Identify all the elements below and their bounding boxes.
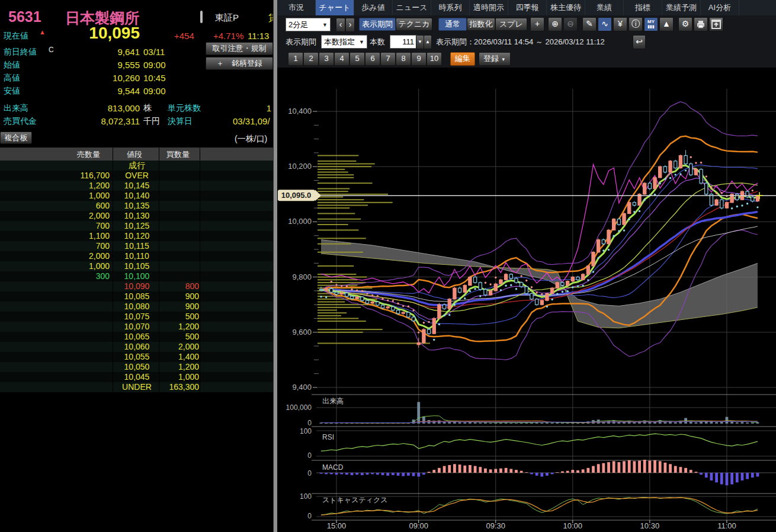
chart-page-6[interactable]: 6 [365, 52, 380, 66]
count-up-button[interactable]: ▲ [424, 35, 432, 49]
orderbook-row[interactable]: 30010,100 [0, 271, 273, 281]
spread-button[interactable]: スプレッド [495, 18, 527, 31]
tab-四季報[interactable]: 四季報 [508, 0, 547, 15]
current-price-label: 現在値 [4, 31, 28, 41]
quote-row-label: 安値 [4, 86, 20, 97]
orderbook-row[interactable]: 成行 [0, 161, 273, 171]
orderbook-row[interactable]: 1,20010,145 [0, 181, 273, 191]
chart-page-1[interactable]: 1 [288, 52, 303, 66]
edit-button[interactable]: 編集 [450, 52, 475, 66]
orderbook-row[interactable]: 1,00010,105 [0, 261, 273, 271]
margin-flag: 貸 [268, 12, 273, 24]
prev-button[interactable]: ‹ [336, 18, 345, 32]
quote-panel: 5631 日本製鋼所 東証P 貸 現在値 ▲ 10,095 +454 +4.71… [0, 0, 273, 532]
orderbook-row[interactable]: 1,00010,140 [0, 191, 273, 201]
pencil-icon[interactable]: ✎ [582, 17, 597, 31]
orderbook-row[interactable]: 70010,115 [0, 241, 273, 251]
price-level: 10,140 [110, 191, 163, 201]
svg-text:MACD: MACD [322, 463, 344, 472]
tab-指標[interactable]: 指標 [624, 0, 662, 15]
register-button[interactable]: 登録 ▼ [479, 52, 511, 66]
crosshair-icon[interactable]: + [530, 17, 544, 31]
line-chart-icon[interactable]: ∿ [598, 17, 612, 31]
zoom-in-icon[interactable]: ⊕ [548, 17, 562, 31]
tab-業績[interactable]: 業績 [585, 0, 624, 15]
mountain-chart-icon[interactable]: ▲ [659, 17, 674, 31]
chart-page-2[interactable]: 2 [303, 52, 319, 66]
orderbook-row[interactable]: 10,0551,400 [0, 352, 273, 362]
chart-page-9[interactable]: 9 [411, 52, 427, 66]
count-mode-select[interactable]: 本数指定▼ [321, 35, 367, 49]
timeframe-select[interactable]: 2分足▼ [286, 18, 331, 31]
sell-qty: 700 [0, 241, 110, 251]
orderbook-row[interactable]: 2,00010,130 [0, 211, 273, 221]
svg-text:10:00: 10:00 [563, 521, 583, 530]
svg-text:9,800: 9,800 [292, 273, 312, 281]
count-down-button[interactable]: ▼ [416, 35, 424, 49]
tab-AI分析[interactable]: AI分析 [701, 0, 739, 15]
chart-page-3[interactable]: 3 [319, 52, 334, 66]
orderbook-row[interactable]: UNDER163,300 [0, 382, 273, 392]
svg-text:0: 0 [307, 469, 312, 477]
quote-row-time: 03/11 [143, 47, 165, 57]
trading-app: 5631 日本製鋼所 東証P 貸 現在値 ▲ 10,095 +454 +4.71… [0, 0, 776, 532]
orderbook-row[interactable]: 10,0701,200 [0, 322, 273, 332]
yen-icon[interactable]: ¥ [613, 17, 627, 31]
trade-warning-button[interactable]: 取引注意・規制 [206, 42, 273, 55]
orderbook-row[interactable]: 10,0451,000 [0, 372, 273, 382]
orderbook-row[interactable]: 60010,135 [0, 201, 273, 211]
period-label: 表示期間 [286, 37, 316, 47]
indexed-button[interactable]: 指数化 [467, 18, 495, 31]
tab-株主優待[interactable]: 株主優待 [547, 0, 585, 15]
tab-適時開示[interactable]: 適時開示 [470, 0, 508, 15]
orderbook-row[interactable]: 10,075500 [0, 312, 273, 322]
tab-ニュース[interactable]: ニュース [393, 0, 431, 15]
orderbook-row[interactable]: 10,090800 [0, 281, 273, 291]
orderbook-row[interactable]: 2,00010,110 [0, 251, 273, 261]
zoom-out-icon[interactable]: ⊖ [563, 17, 578, 31]
orderbook-row[interactable]: 10,0501,200 [0, 362, 273, 372]
price-level: 10,100 [110, 271, 163, 281]
popout-icon[interactable] [709, 17, 723, 31]
chart-page-8[interactable]: 8 [396, 52, 411, 66]
up-arrow-icon: ▲ [39, 28, 46, 36]
chart-page-5[interactable]: 5 [349, 52, 365, 66]
reset-period-button[interactable]: ↩ [633, 35, 646, 49]
orderbook-row[interactable]: 10,085900 [0, 291, 273, 302]
register-stock-button[interactable]: ＋ 銘柄登録 [206, 57, 273, 70]
orderbook-header: 売数量 値段 買数量 [0, 148, 273, 161]
price-chart[interactable]: 10,40010,20010,0009,8009,6009,40010,095.… [277, 68, 776, 532]
tab-市況[interactable]: 市況 [277, 0, 316, 15]
composite-board-button[interactable]: 複合板 [0, 132, 32, 144]
info-icon[interactable]: ⓘ [629, 17, 643, 31]
price-level: 10,135 [110, 201, 163, 211]
orderbook-row[interactable]: 1,10010,120 [0, 231, 273, 241]
turnover-label: 売買代金 [4, 116, 37, 127]
wrench-icon[interactable]: ⚙ [678, 17, 692, 31]
quote-row-time: 09:00 [143, 86, 166, 96]
chart-page-10[interactable]: 10 [427, 52, 442, 66]
chart-page-7[interactable]: 7 [380, 52, 396, 66]
chart-page-4[interactable]: 4 [334, 52, 349, 66]
svg-text:10,200: 10,200 [288, 162, 312, 171]
my-chart-icon[interactable]: MY▮▮▮ [644, 17, 658, 31]
tab-チャート[interactable]: チャート [316, 0, 354, 15]
quote-row-flag: C [49, 46, 54, 54]
orderbook-row[interactable]: 10,080900 [0, 302, 273, 312]
tab-歩み値[interactable]: 歩み値 [354, 0, 393, 15]
normal-button[interactable]: 通常 [438, 18, 467, 31]
orderbook-row[interactable]: 70010,125 [0, 221, 273, 231]
tab-時系列[interactable]: 時系列 [431, 0, 470, 15]
orderbook-row[interactable]: 10,065500 [0, 332, 273, 342]
technical-button[interactable]: テクニカル [396, 18, 432, 31]
next-button[interactable]: › [345, 18, 355, 32]
svg-text:09:00: 09:00 [409, 521, 428, 530]
printer-icon[interactable] [694, 17, 708, 31]
period-button[interactable]: 表示期間 [359, 18, 396, 31]
count-input[interactable]: 111 [390, 35, 417, 49]
orderbook-row[interactable]: 10,0602,000 [0, 342, 273, 352]
timeframe-value: 2分足 [288, 20, 308, 29]
buy-qty: 500 [160, 312, 199, 322]
tab-業績予測[interactable]: 業績予測 [662, 0, 701, 15]
orderbook-row[interactable]: 116,700OVER [0, 171, 273, 181]
